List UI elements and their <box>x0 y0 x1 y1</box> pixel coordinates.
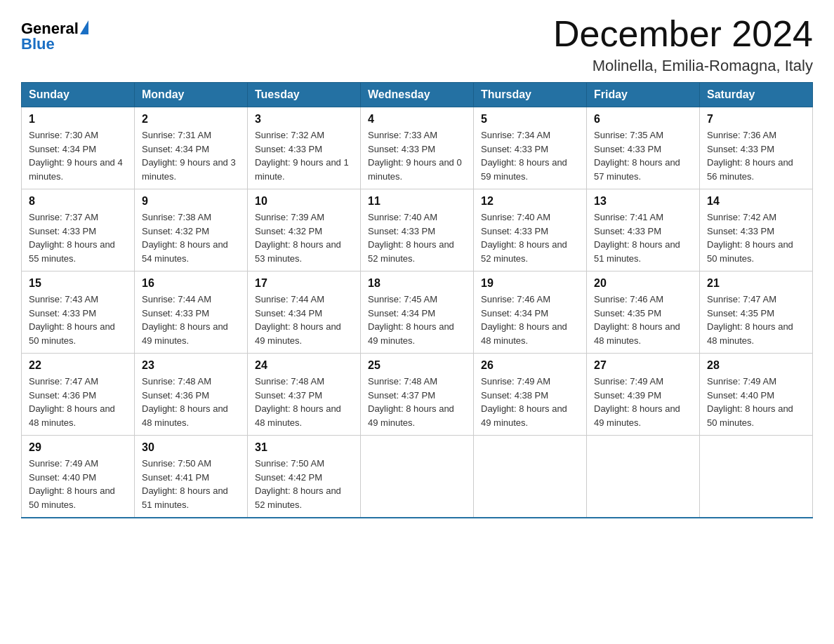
weekday-header-wednesday: Wednesday <box>361 83 474 107</box>
day-info: Sunrise: 7:31 AMSunset: 4:34 PMDaylight:… <box>142 128 240 183</box>
calendar-table: SundayMondayTuesdayWednesdayThursdayFrid… <box>21 82 813 518</box>
day-number: 25 <box>368 359 466 372</box>
week-row-5: 29Sunrise: 7:49 AMSunset: 4:40 PMDayligh… <box>22 436 813 518</box>
day-number: 18 <box>368 277 466 290</box>
day-number: 16 <box>142 277 240 290</box>
day-number: 8 <box>29 195 127 208</box>
day-number: 9 <box>142 195 240 208</box>
day-info: Sunrise: 7:46 AMSunset: 4:34 PMDaylight:… <box>481 293 579 347</box>
day-number: 20 <box>594 277 692 290</box>
day-info: Sunrise: 7:46 AMSunset: 4:35 PMDaylight:… <box>594 293 692 347</box>
day-info: Sunrise: 7:39 AMSunset: 4:32 PMDaylight:… <box>255 210 353 265</box>
day-info: Sunrise: 7:44 AMSunset: 4:33 PMDaylight:… <box>142 293 240 347</box>
day-cell: 5Sunrise: 7:34 AMSunset: 4:33 PMDaylight… <box>474 107 587 189</box>
day-info: Sunrise: 7:38 AMSunset: 4:32 PMDaylight:… <box>142 210 240 265</box>
day-number: 31 <box>255 441 353 454</box>
day-cell: 28Sunrise: 7:49 AMSunset: 4:40 PMDayligh… <box>700 354 813 436</box>
day-number: 4 <box>368 113 466 126</box>
day-info: Sunrise: 7:49 AMSunset: 4:39 PMDaylight:… <box>594 375 692 429</box>
day-number: 1 <box>29 113 127 126</box>
logo-general: General <box>21 21 79 36</box>
day-number: 13 <box>594 195 692 208</box>
day-cell: 9Sunrise: 7:38 AMSunset: 4:32 PMDaylight… <box>135 189 248 271</box>
day-info: Sunrise: 7:34 AMSunset: 4:33 PMDaylight:… <box>481 128 579 183</box>
day-number: 27 <box>594 359 692 372</box>
day-info: Sunrise: 7:48 AMSunset: 4:37 PMDaylight:… <box>255 375 353 429</box>
day-info: Sunrise: 7:48 AMSunset: 4:36 PMDaylight:… <box>142 375 240 429</box>
day-number: 30 <box>142 441 240 454</box>
day-cell: 8Sunrise: 7:37 AMSunset: 4:33 PMDaylight… <box>22 189 135 271</box>
day-cell <box>361 436 474 518</box>
day-number: 6 <box>594 113 692 126</box>
day-info: Sunrise: 7:30 AMSunset: 4:34 PMDaylight:… <box>29 128 127 183</box>
day-cell: 11Sunrise: 7:40 AMSunset: 4:33 PMDayligh… <box>361 189 474 271</box>
title-block: December 2024 Molinella, Emilia-Romagna,… <box>553 14 813 75</box>
day-cell: 29Sunrise: 7:49 AMSunset: 4:40 PMDayligh… <box>22 436 135 518</box>
weekday-header-friday: Friday <box>587 83 700 107</box>
day-info: Sunrise: 7:50 AMSunset: 4:41 PMDaylight:… <box>142 457 240 511</box>
day-info: Sunrise: 7:40 AMSunset: 4:33 PMDaylight:… <box>368 210 466 265</box>
day-cell: 31Sunrise: 7:50 AMSunset: 4:42 PMDayligh… <box>248 436 361 518</box>
day-cell: 1Sunrise: 7:30 AMSunset: 4:34 PMDaylight… <box>22 107 135 189</box>
day-cell: 4Sunrise: 7:33 AMSunset: 4:33 PMDaylight… <box>361 107 474 189</box>
weekday-header-monday: Monday <box>135 83 248 107</box>
day-number: 22 <box>29 359 127 372</box>
day-cell: 24Sunrise: 7:48 AMSunset: 4:37 PMDayligh… <box>248 354 361 436</box>
day-number: 17 <box>255 277 353 290</box>
day-number: 19 <box>481 277 579 290</box>
day-number: 14 <box>707 195 805 208</box>
day-cell: 30Sunrise: 7:50 AMSunset: 4:41 PMDayligh… <box>135 436 248 518</box>
day-info: Sunrise: 7:45 AMSunset: 4:34 PMDaylight:… <box>368 293 466 347</box>
day-info: Sunrise: 7:43 AMSunset: 4:33 PMDaylight:… <box>29 293 127 347</box>
day-cell: 3Sunrise: 7:32 AMSunset: 4:33 PMDaylight… <box>248 107 361 189</box>
day-cell: 10Sunrise: 7:39 AMSunset: 4:32 PMDayligh… <box>248 189 361 271</box>
day-number: 15 <box>29 277 127 290</box>
week-row-3: 15Sunrise: 7:43 AMSunset: 4:33 PMDayligh… <box>22 271 813 354</box>
day-cell: 2Sunrise: 7:31 AMSunset: 4:34 PMDaylight… <box>135 107 248 189</box>
day-cell: 7Sunrise: 7:36 AMSunset: 4:33 PMDaylight… <box>700 107 813 189</box>
logo: General Blue <box>21 21 88 52</box>
day-number: 21 <box>707 277 805 290</box>
day-number: 7 <box>707 113 805 126</box>
day-cell: 18Sunrise: 7:45 AMSunset: 4:34 PMDayligh… <box>361 271 474 354</box>
day-number: 12 <box>481 195 579 208</box>
day-info: Sunrise: 7:40 AMSunset: 4:33 PMDaylight:… <box>481 210 579 265</box>
day-info: Sunrise: 7:49 AMSunset: 4:40 PMDaylight:… <box>707 375 805 429</box>
day-cell: 14Sunrise: 7:42 AMSunset: 4:33 PMDayligh… <box>700 189 813 271</box>
day-cell: 17Sunrise: 7:44 AMSunset: 4:34 PMDayligh… <box>248 271 361 354</box>
day-cell: 21Sunrise: 7:47 AMSunset: 4:35 PMDayligh… <box>700 271 813 354</box>
day-number: 26 <box>481 359 579 372</box>
day-cell <box>700 436 813 518</box>
week-row-2: 8Sunrise: 7:37 AMSunset: 4:33 PMDaylight… <box>22 189 813 271</box>
month-year-title: December 2024 <box>553 14 813 54</box>
day-cell: 20Sunrise: 7:46 AMSunset: 4:35 PMDayligh… <box>587 271 700 354</box>
day-number: 24 <box>255 359 353 372</box>
day-info: Sunrise: 7:49 AMSunset: 4:40 PMDaylight:… <box>29 457 127 511</box>
day-number: 11 <box>368 195 466 208</box>
day-number: 23 <box>142 359 240 372</box>
location-title: Molinella, Emilia-Romagna, Italy <box>553 57 813 75</box>
day-info: Sunrise: 7:47 AMSunset: 4:36 PMDaylight:… <box>29 375 127 429</box>
day-cell: 15Sunrise: 7:43 AMSunset: 4:33 PMDayligh… <box>22 271 135 354</box>
day-info: Sunrise: 7:50 AMSunset: 4:42 PMDaylight:… <box>255 457 353 511</box>
logo-blue: Blue <box>21 36 88 52</box>
day-number: 29 <box>29 441 127 454</box>
weekday-header-row: SundayMondayTuesdayWednesdayThursdayFrid… <box>22 83 813 107</box>
day-cell <box>474 436 587 518</box>
day-info: Sunrise: 7:44 AMSunset: 4:34 PMDaylight:… <box>255 293 353 347</box>
day-number: 28 <box>707 359 805 372</box>
week-row-1: 1Sunrise: 7:30 AMSunset: 4:34 PMDaylight… <box>22 107 813 189</box>
day-cell: 26Sunrise: 7:49 AMSunset: 4:38 PMDayligh… <box>474 354 587 436</box>
day-cell: 16Sunrise: 7:44 AMSunset: 4:33 PMDayligh… <box>135 271 248 354</box>
day-info: Sunrise: 7:41 AMSunset: 4:33 PMDaylight:… <box>594 210 692 265</box>
day-number: 2 <box>142 113 240 126</box>
day-cell: 6Sunrise: 7:35 AMSunset: 4:33 PMDaylight… <box>587 107 700 189</box>
day-cell: 23Sunrise: 7:48 AMSunset: 4:36 PMDayligh… <box>135 354 248 436</box>
weekday-header-thursday: Thursday <box>474 83 587 107</box>
day-cell: 27Sunrise: 7:49 AMSunset: 4:39 PMDayligh… <box>587 354 700 436</box>
page-header: General Blue December 2024 Molinella, Em… <box>21 14 813 75</box>
day-cell: 13Sunrise: 7:41 AMSunset: 4:33 PMDayligh… <box>587 189 700 271</box>
day-number: 3 <box>255 113 353 126</box>
weekday-header-sunday: Sunday <box>22 83 135 107</box>
day-info: Sunrise: 7:49 AMSunset: 4:38 PMDaylight:… <box>481 375 579 429</box>
